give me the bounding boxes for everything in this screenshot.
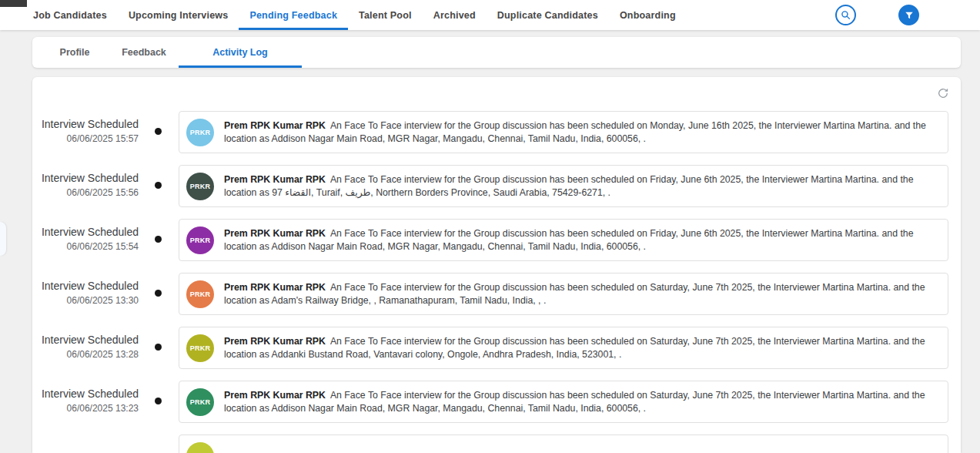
timeline-entry: Interview Scheduled 06/06/2025 15:54 PRK… (32, 219, 961, 273)
entry-date: 06/06/2025 13:30 (38, 295, 139, 306)
entry-title: Interview Scheduled (38, 334, 139, 346)
refresh-button[interactable] (936, 86, 950, 100)
activity-timeline: Interview Scheduled 06/06/2025 15:57 PRK… (32, 77, 961, 453)
entry-meta: Interview Scheduled 06/06/2025 13:23 (38, 388, 139, 414)
timeline-entry: Interview Scheduled 06/06/2025 15:57 PRK… (32, 111, 961, 165)
tab-onboarding[interactable]: Onboarding (609, 0, 687, 30)
entry-date: 06/06/2025 13:23 (38, 403, 139, 414)
timeline-entry (32, 435, 961, 453)
entry-text: Prem RPK Kumar RPKAn Face To Face interv… (224, 173, 937, 199)
entry-title: Interview Scheduled (38, 280, 139, 292)
search-button[interactable] (835, 5, 856, 25)
activity-log-panel: Interview Scheduled 06/06/2025 15:57 PRK… (32, 77, 961, 453)
entry-date: 06/06/2025 13:28 (38, 349, 139, 360)
entry-title: Interview Scheduled (38, 118, 139, 130)
tab-profile[interactable]: Profile (40, 37, 109, 68)
entry-message: An Face To Face interview for the Group … (224, 120, 926, 144)
activity-card[interactable]: PRKR Prem RPK Kumar RPKAn Face To Face i… (179, 219, 948, 261)
entry-message: An Face To Face interview for the Group … (224, 228, 913, 252)
entry-meta: Interview Scheduled 06/06/2025 15:54 (38, 226, 139, 252)
top-navigation: Job Candidates Upcoming Interviews Pendi… (0, 0, 980, 30)
tab-archived[interactable]: Archived (423, 0, 487, 30)
entry-meta: Interview Scheduled 06/06/2025 13:28 (38, 334, 139, 360)
main-tabs: Job Candidates Upcoming Interviews Pendi… (22, 0, 687, 30)
candidate-name: Prem RPK Kumar RPK (224, 228, 326, 239)
tab-job-candidates[interactable]: Job Candidates (22, 0, 118, 30)
avatar: PRKR (186, 173, 214, 200)
entry-meta: Interview Scheduled 06/06/2025 15:57 (38, 118, 139, 144)
entry-text: Prem RPK Kumar RPKAn Face To Face interv… (224, 227, 937, 253)
window-corner (0, 0, 27, 7)
detail-tabs: Profile Feedback Activity Log (32, 37, 961, 68)
activity-card[interactable]: PRKR Prem RPK Kumar RPKAn Face To Face i… (179, 327, 948, 369)
candidate-name: Prem RPK Kumar RPK (224, 390, 326, 401)
entry-text: Prem RPK Kumar RPKAn Face To Face interv… (224, 389, 937, 414)
entry-date: 06/06/2025 15:54 (38, 241, 139, 252)
entry-meta (38, 441, 139, 445)
refresh-icon (937, 87, 949, 99)
timeline-entry: Interview Scheduled 06/06/2025 13:28 PRK… (32, 327, 961, 381)
candidate-name: Prem RPK Kumar RPK (224, 282, 326, 293)
timeline-dot (155, 236, 162, 243)
filter-icon (905, 11, 914, 20)
entry-text: Prem RPK Kumar RPKAn Face To Face interv… (224, 119, 937, 145)
nav-actions (835, 0, 919, 30)
activity-card[interactable]: PRKR Prem RPK Kumar RPKAn Face To Face i… (179, 111, 948, 153)
entry-message: An Face To Face interview for the Group … (224, 336, 925, 360)
avatar: PRKR (186, 388, 214, 416)
activity-card[interactable]: PRKR Prem RPK Kumar RPKAn Face To Face i… (179, 273, 948, 315)
entry-meta: Interview Scheduled 06/06/2025 13:30 (38, 280, 139, 306)
entry-text (224, 443, 937, 453)
timeline-dot (155, 398, 162, 404)
entry-title: Interview Scheduled (38, 388, 139, 400)
avatar: PRKR (186, 280, 214, 308)
candidate-name: Prem RPK Kumar RPK (224, 174, 326, 185)
entry-date: 06/06/2025 15:57 (38, 133, 139, 144)
entry-message: An Face To Face interview for the Group … (224, 174, 913, 198)
entry-title: Interview Scheduled (38, 172, 139, 184)
timeline-dot (155, 182, 162, 189)
tab-duplicate-candidates[interactable]: Duplicate Candidates (487, 0, 609, 30)
timeline-dot (155, 290, 162, 297)
entry-message: An Face To Face interview for the Group … (224, 282, 925, 306)
tab-upcoming-interviews[interactable]: Upcoming Interviews (118, 0, 239, 30)
candidate-name: Prem RPK Kumar RPK (224, 336, 326, 347)
entry-text: Prem RPK Kumar RPKAn Face To Face interv… (224, 335, 937, 361)
tab-activity-log[interactable]: Activity Log (179, 37, 302, 68)
avatar: PRKR (186, 334, 214, 362)
entry-title: Interview Scheduled (38, 226, 139, 238)
entry-text: Prem RPK Kumar RPKAn Face To Face interv… (224, 281, 937, 307)
entry-message: An Face To Face interview for the Group … (224, 390, 925, 414)
activity-card[interactable]: PRKR Prem RPK Kumar RPKAn Face To Face i… (179, 165, 948, 207)
tab-pending-feedback[interactable]: Pending Feedback (239, 0, 348, 30)
activity-card[interactable]: PRKR Prem RPK Kumar RPKAn Face To Face i… (179, 381, 948, 423)
avatar: PRKR (186, 226, 214, 254)
entry-meta: Interview Scheduled 06/06/2025 15:56 (38, 172, 139, 198)
timeline-dot (155, 128, 162, 135)
search-icon (841, 10, 851, 20)
tab-feedback[interactable]: Feedback (109, 37, 179, 68)
avatar: PRKR (186, 119, 214, 146)
tab-talent-pool[interactable]: Talent Pool (348, 0, 423, 30)
avatar (186, 442, 214, 453)
entry-date: 06/06/2025 15:56 (38, 187, 139, 198)
left-edge-handle (0, 222, 6, 256)
timeline-entry: Interview Scheduled 06/06/2025 15:56 PRK… (32, 165, 961, 219)
timeline-entry: Interview Scheduled 06/06/2025 13:23 PRK… (32, 381, 961, 435)
filter-button[interactable] (898, 5, 919, 25)
timeline-entry: Interview Scheduled 06/06/2025 13:30 PRK… (32, 273, 961, 327)
candidate-name: Prem RPK Kumar RPK (224, 120, 326, 131)
activity-card[interactable] (179, 435, 948, 453)
timeline-dot (155, 344, 162, 351)
